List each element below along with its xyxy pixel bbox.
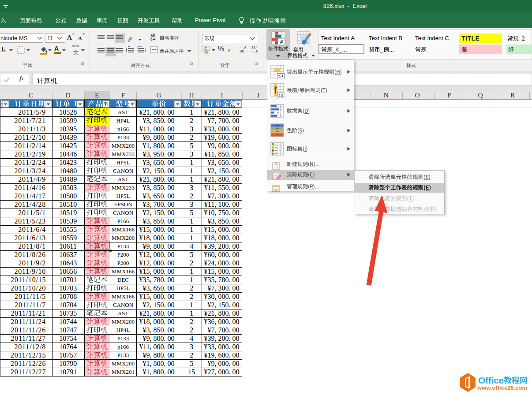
svg-text:10: 10 xyxy=(278,93,283,98)
